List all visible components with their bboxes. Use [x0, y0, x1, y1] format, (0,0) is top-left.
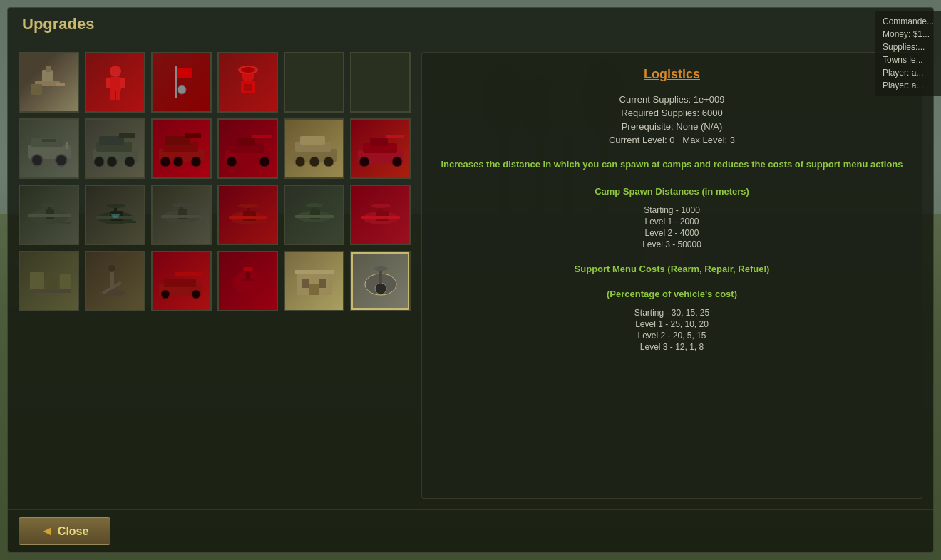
svg-point-55: [227, 157, 237, 167]
svg-rect-122: [302, 279, 309, 288]
upgrade-item-r4c5[interactable]: [284, 251, 344, 311]
upgrade-thumb: [219, 186, 277, 244]
support-section-items: Starting - 30, 15, 25Level 1 - 25, 10, 2…: [440, 308, 904, 352]
main-panel: Upgrades Logistics Current Supplies: 1e+…: [7, 7, 934, 553]
svg-point-68: [392, 157, 402, 167]
upgrade-item-r2c1[interactable]: [19, 118, 79, 179]
upgrade-item-r2c3[interactable]: [151, 118, 212, 179]
upgrades-grid: [19, 52, 411, 499]
svg-rect-30: [244, 84, 252, 91]
svg-rect-15: [31, 84, 42, 95]
svg-rect-92: [256, 221, 269, 223]
svg-rect-113: [164, 279, 196, 287]
svg-rect-103: [30, 272, 44, 290]
svg-point-49: [173, 157, 183, 167]
upgrade-item-r4c6[interactable]: [350, 251, 411, 311]
support-section-title: Support Menu Costs (Rearm, Repair, Refue…: [440, 264, 904, 274]
upgrade-item-r3c4[interactable]: [217, 185, 278, 245]
upgrade-thumb: [285, 252, 343, 310]
upgrade-item-r1c2[interactable]: [85, 52, 145, 113]
upgrade-thumb: [153, 120, 210, 177]
svg-point-17: [110, 66, 121, 77]
upgrade-item-r1c3[interactable]: [151, 52, 212, 113]
right-hud: Commande... Money: $1... Supplies:... To…: [875, 11, 941, 96]
upgrade-thumb: [20, 120, 78, 177]
upgrade-item-r2c6[interactable]: [350, 118, 411, 179]
svg-rect-100: [361, 216, 400, 219]
svg-point-79: [106, 204, 125, 208]
hud-player1: Player: a...: [883, 68, 934, 78]
svg-rect-23: [175, 66, 177, 98]
upgrade-item-r3c3[interactable]: [151, 185, 212, 245]
svg-point-115: [161, 290, 170, 299]
upgrade-thumb: [153, 186, 210, 244]
svg-rect-95: [295, 215, 334, 218]
spawn-section-items: Starting - 1000Level 1 - 2000Level 2 - 4…: [440, 205, 904, 249]
info-panel-title: Logistics: [440, 67, 904, 82]
upgrade-item-r1c1[interactable]: [19, 52, 79, 113]
arrow-icon: ◄: [41, 524, 53, 539]
svg-rect-53: [237, 138, 255, 146]
svg-rect-80: [123, 221, 136, 223]
upgrade-thumb: [351, 186, 409, 244]
panel-content: Logistics Current Supplies: 1e+009 Requi…: [8, 41, 933, 509]
upgrade-item-r2c2[interactable]: [85, 118, 145, 179]
svg-rect-54: [252, 135, 272, 138]
svg-rect-104: [46, 276, 58, 290]
svg-rect-119: [243, 267, 253, 271]
svg-rect-105: [60, 274, 71, 290]
stat-required-supplies: Required Supplies: 6000: [621, 108, 722, 118]
svg-point-50: [191, 157, 201, 167]
stat-current-supplies: Current Supplies: 1e+009: [619, 94, 725, 105]
support-section-subtitle: (Percentage of vehicle's cost): [440, 289, 904, 299]
spawn-item-3: Level 3 - 50000: [440, 239, 904, 249]
upgrade-item-r3c6[interactable]: [350, 185, 411, 245]
svg-point-67: [359, 157, 369, 167]
upgrade-item-r3c2[interactable]: [85, 185, 145, 245]
svg-rect-66: [386, 135, 404, 138]
svg-rect-128: [379, 269, 382, 284]
upgrade-thumb: [20, 252, 78, 310]
svg-point-110: [108, 265, 115, 272]
svg-rect-13: [46, 66, 51, 72]
close-button[interactable]: ◄ Close: [19, 517, 110, 545]
support-item-0: Starting - 30, 15, 25: [440, 308, 904, 318]
hud-money: Money: $1...: [883, 29, 934, 39]
svg-rect-84: [161, 215, 202, 218]
svg-rect-125: [295, 270, 334, 274]
svg-rect-21: [110, 91, 115, 100]
upgrade-item-r2c4[interactable]: [217, 118, 278, 179]
svg-point-62: [324, 157, 334, 167]
upgrade-item-r4c4[interactable]: [217, 251, 278, 311]
stat-prerequisite: Prerequisite: None (N/A): [622, 121, 723, 132]
svg-rect-114: [175, 272, 203, 276]
upgrade-item-r3c1[interactable]: [19, 185, 79, 245]
upgrade-item-r1c4[interactable]: [217, 52, 278, 113]
svg-point-25: [178, 85, 186, 94]
upgrade-thumb: [285, 53, 343, 111]
upgrade-thumb: [351, 120, 409, 177]
upgrade-item-r1c5[interactable]: [284, 52, 344, 113]
svg-rect-123: [319, 279, 326, 288]
upgrade-item-r4c3[interactable]: [151, 251, 212, 311]
upgrade-item-r4c1[interactable]: [19, 251, 79, 311]
svg-point-43: [125, 157, 135, 167]
hud-supplies: Supplies:...: [883, 42, 934, 52]
svg-rect-106: [31, 289, 71, 293]
svg-point-116: [192, 290, 200, 299]
upgrade-item-r1c6[interactable]: [350, 52, 411, 113]
svg-point-48: [160, 157, 170, 167]
hud-player2: Player: a...: [883, 81, 934, 90]
svg-point-73: [41, 203, 58, 207]
upgrade-item-r3c5[interactable]: [284, 185, 344, 245]
svg-rect-89: [229, 216, 267, 219]
svg-point-129: [374, 266, 388, 271]
svg-rect-120: [241, 279, 255, 281]
svg-rect-19: [106, 78, 110, 88]
svg-rect-40: [119, 133, 135, 138]
svg-rect-71: [28, 214, 71, 217]
svg-point-60: [295, 157, 305, 167]
upgrade-item-r4c2[interactable]: [85, 251, 145, 311]
upgrade-item-r2c5[interactable]: [284, 118, 344, 179]
svg-point-42: [107, 157, 117, 167]
